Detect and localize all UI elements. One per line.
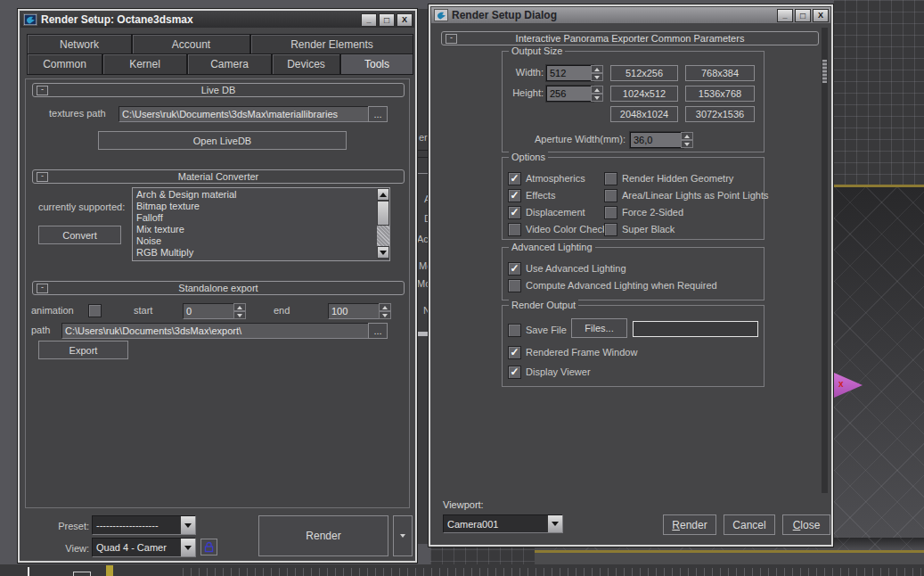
title-bar[interactable]: Render Setup: Octane3dsmax _ □ X <box>20 12 414 28</box>
viewport-perspective[interactable] <box>833 187 924 564</box>
start-field[interactable]: 0 <box>183 303 239 319</box>
cancel-button[interactable]: Cancel <box>724 514 775 535</box>
scroll-up-button[interactable] <box>377 188 389 201</box>
list-item[interactable]: RGB Multiply <box>133 247 389 259</box>
view-dropdown[interactable]: Quad 4 - Camer <box>92 538 196 557</box>
displacement-checkbox[interactable]: ✓ <box>508 206 521 219</box>
time-slider-box[interactable] <box>73 572 91 576</box>
collapse-icon[interactable]: - <box>37 86 48 95</box>
collapse-icon[interactable]: - <box>446 34 457 44</box>
files-button[interactable]: Files... <box>571 318 627 338</box>
end-field[interactable]: 100 <box>328 303 384 319</box>
viewport-lock-button[interactable] <box>200 539 217 555</box>
preset-dropdown[interactable]: ------------------- <box>92 515 196 535</box>
list-item[interactable]: Noise <box>133 235 389 247</box>
maximize-button[interactable]: □ <box>379 13 395 27</box>
tab-network[interactable]: Network <box>27 34 132 54</box>
rollout-scrollbar-thumb[interactable] <box>822 60 827 83</box>
viewport-dropdown[interactable]: Camera001 <box>443 514 563 533</box>
effects-checkbox[interactable]: ✓ <box>508 189 521 202</box>
start-spinner[interactable] <box>233 303 246 319</box>
rollup-standalone-export[interactable]: - Standalone export <box>32 281 405 295</box>
tab-render-elements[interactable]: Render Elements <box>250 34 413 54</box>
close-button[interactable]: X <box>397 13 413 27</box>
time-marker[interactable] <box>106 565 113 576</box>
tab-account[interactable]: Account <box>132 34 250 54</box>
preset-3072x1536-button[interactable]: 3072x1536 <box>685 106 755 122</box>
scrollbar-thumb[interactable] <box>377 201 389 226</box>
list-item[interactable]: Bitmap texture <box>133 201 389 212</box>
convert-button[interactable]: Convert <box>38 226 121 244</box>
preset-2048x1024-button[interactable]: 2048x1024 <box>610 106 678 122</box>
collapse-icon[interactable]: - <box>37 172 48 182</box>
aperture-spinner[interactable] <box>681 132 693 148</box>
tab-camera[interactable]: Camera <box>187 53 272 75</box>
export-path-browse-button[interactable]: ... <box>368 323 388 339</box>
save-file-checkbox[interactable] <box>508 324 521 337</box>
preset-512x256-button[interactable]: 512x256 <box>610 65 678 81</box>
render-button[interactable]: Render <box>258 515 388 556</box>
tab-devices[interactable]: Devices <box>272 53 340 75</box>
display-viewer-checkbox[interactable]: ✓ <box>508 366 521 379</box>
dropdown-arrow-button[interactable] <box>547 515 562 532</box>
spinner-up-button[interactable] <box>379 303 391 311</box>
export-button[interactable]: Export <box>38 341 128 359</box>
aperture-field[interactable]: 36,0 <box>630 132 683 148</box>
atmospherics-checkbox[interactable]: ✓ <box>508 172 521 185</box>
spinner-up-button[interactable] <box>681 132 693 140</box>
dropdown-arrow-button[interactable] <box>180 516 195 534</box>
dropdown-arrow-button[interactable] <box>180 539 195 556</box>
tab-common[interactable]: Common <box>27 53 102 75</box>
minimize-button[interactable]: _ <box>361 13 377 27</box>
width-field[interactable]: 512 <box>546 65 593 81</box>
end-spinner[interactable] <box>379 303 391 319</box>
close-button[interactable]: X <box>813 9 829 22</box>
spinner-up-button[interactable] <box>591 65 603 73</box>
rollup-panorama-params[interactable]: - Interactive Panorama Exporter Common P… <box>441 31 819 45</box>
minimize-button[interactable]: _ <box>777 9 793 22</box>
rollup-material-converter[interactable]: - Material Converter <box>32 169 405 184</box>
list-item[interactable]: Mix texture <box>133 224 389 235</box>
supported-materials-list[interactable]: Arch & Design material Bitmap texture Fa… <box>132 187 390 261</box>
spinner-down-button[interactable] <box>591 73 603 81</box>
height-spinner[interactable] <box>591 86 603 102</box>
export-path-field[interactable]: C:\Users\ruk\Documents\3dsMax\export\ <box>61 323 371 339</box>
preset-768x384-button[interactable]: 768x384 <box>685 65 755 81</box>
spinner-up-button[interactable] <box>591 86 603 94</box>
viewport-top-right[interactable] <box>833 0 924 185</box>
video-color-check-checkbox[interactable] <box>508 223 521 236</box>
output-file-field[interactable] <box>633 321 758 337</box>
force-2-sided-checkbox[interactable] <box>604 206 617 219</box>
textures-path-browse-button[interactable]: ... <box>368 106 388 122</box>
area-linear-lights-checkbox[interactable] <box>604 189 617 202</box>
width-spinner[interactable] <box>591 65 603 81</box>
spinner-down-button[interactable] <box>233 311 246 319</box>
render-button[interactable]: Render <box>663 514 716 535</box>
rollout-scrollbar[interactable] <box>822 28 828 493</box>
open-livedb-button[interactable]: Open LiveDB <box>98 131 347 150</box>
track-bar[interactable] <box>0 564 924 576</box>
use-advanced-lighting-checkbox[interactable]: ✓ <box>508 262 521 276</box>
list-item[interactable]: Arch & Design material <box>133 189 389 201</box>
animation-checkbox[interactable] <box>88 304 102 317</box>
rendered-frame-window-checkbox[interactable]: ✓ <box>508 346 521 359</box>
title-bar[interactable]: Render Setup Dialog _ □ X <box>431 7 830 23</box>
tab-tools[interactable]: Tools <box>340 53 413 75</box>
preset-1536x768-button[interactable]: 1536x768 <box>685 86 755 102</box>
scroll-down-button[interactable] <box>377 246 389 259</box>
spinner-up-button[interactable] <box>233 303 246 311</box>
close-button[interactable]: Close <box>782 514 830 535</box>
spinner-down-button[interactable] <box>681 140 693 148</box>
render-options-arrow-button[interactable] <box>393 515 413 556</box>
spinner-down-button[interactable] <box>379 311 391 319</box>
collapse-icon[interactable]: - <box>37 284 48 293</box>
super-black-checkbox[interactable] <box>604 223 617 236</box>
tab-kernel[interactable]: Kernel <box>102 53 187 75</box>
compute-advanced-lighting-checkbox[interactable] <box>508 279 521 292</box>
list-scrollbar[interactable] <box>377 188 389 259</box>
time-cursor[interactable] <box>28 567 29 576</box>
spinner-down-button[interactable] <box>591 94 603 102</box>
height-field[interactable]: 256 <box>546 86 593 102</box>
textures-path-field[interactable]: C:\Users\ruk\Documents\3dsMax\materialli… <box>119 106 372 122</box>
preset-1024x512-button[interactable]: 1024x512 <box>610 86 678 102</box>
